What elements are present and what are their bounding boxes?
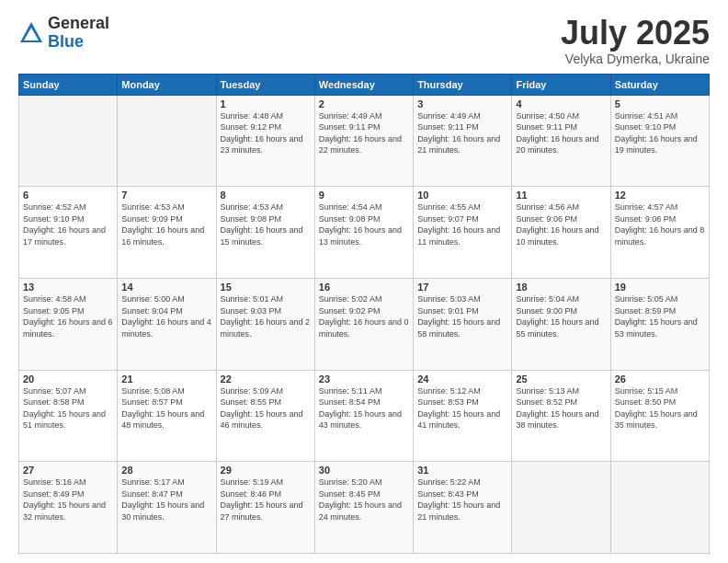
calendar-cell: 16Sunrise: 5:02 AMSunset: 9:02 PMDayligh… [314, 278, 413, 370]
day-number: 17 [417, 282, 507, 293]
calendar-cell [19, 95, 118, 187]
col-thursday: Thursday [414, 74, 512, 95]
day-number: 29 [221, 465, 311, 476]
calendar-cell: 8Sunrise: 4:53 AMSunset: 9:08 PMDaylight… [216, 187, 314, 279]
calendar-cell: 29Sunrise: 5:19 AMSunset: 8:46 PMDayligh… [216, 462, 314, 554]
day-number: 4 [516, 98, 606, 109]
day-number: 11 [516, 190, 606, 201]
day-number: 5 [615, 98, 705, 109]
day-number: 28 [121, 465, 211, 476]
calendar-cell: 21Sunrise: 5:08 AMSunset: 8:57 PMDayligh… [118, 370, 216, 462]
calendar-cell: 18Sunrise: 5:04 AMSunset: 9:00 PMDayligh… [512, 278, 610, 370]
calendar-cell: 31Sunrise: 5:22 AMSunset: 8:43 PMDayligh… [414, 462, 512, 554]
day-info: Sunrise: 4:53 AMSunset: 9:09 PMDaylight:… [121, 201, 211, 247]
calendar-week-2: 6Sunrise: 4:52 AMSunset: 9:10 PMDaylight… [19, 187, 710, 279]
col-sunday: Sunday [19, 74, 118, 95]
day-number: 23 [319, 373, 409, 385]
day-number: 13 [23, 282, 113, 293]
calendar-cell: 12Sunrise: 4:57 AMSunset: 9:06 PMDayligh… [610, 187, 709, 279]
calendar-cell: 28Sunrise: 5:17 AMSunset: 8:47 PMDayligh… [118, 462, 216, 554]
day-info: Sunrise: 5:01 AMSunset: 9:03 PMDaylight:… [221, 293, 311, 339]
day-info: Sunrise: 4:48 AMSunset: 9:12 PMDaylight:… [221, 110, 311, 156]
day-info: Sunrise: 4:49 AMSunset: 9:11 PMDaylight:… [319, 110, 409, 156]
calendar-cell: 24Sunrise: 5:12 AMSunset: 8:53 PMDayligh… [414, 370, 512, 462]
title-section: July 2025 Velyka Dymerka, Ukraine [561, 15, 710, 66]
day-number: 3 [417, 98, 507, 109]
day-number: 12 [615, 190, 705, 201]
day-info: Sunrise: 5:12 AMSunset: 8:53 PMDaylight:… [417, 385, 507, 431]
day-info: Sunrise: 4:51 AMSunset: 9:10 PMDaylight:… [615, 110, 705, 156]
logo: General Blue [18, 15, 109, 52]
calendar-header-row: Sunday Monday Tuesday Wednesday Thursday… [19, 74, 710, 95]
day-number: 21 [121, 373, 211, 385]
calendar-week-4: 20Sunrise: 5:07 AMSunset: 8:58 PMDayligh… [19, 370, 710, 462]
day-number: 14 [121, 282, 211, 293]
day-info: Sunrise: 4:55 AMSunset: 9:07 PMDaylight:… [417, 201, 507, 247]
day-number: 22 [221, 373, 311, 385]
calendar-cell: 15Sunrise: 5:01 AMSunset: 9:03 PMDayligh… [216, 278, 314, 370]
col-wednesday: Wednesday [314, 74, 413, 95]
day-info: Sunrise: 5:07 AMSunset: 8:58 PMDaylight:… [23, 385, 113, 431]
day-number: 24 [417, 373, 507, 385]
day-info: Sunrise: 5:09 AMSunset: 8:55 PMDaylight:… [221, 385, 311, 431]
day-number: 1 [221, 98, 311, 109]
day-number: 18 [516, 282, 606, 293]
day-number: 20 [23, 373, 113, 385]
day-info: Sunrise: 5:16 AMSunset: 8:49 PMDaylight:… [23, 477, 113, 523]
calendar-table: Sunday Monday Tuesday Wednesday Thursday… [18, 74, 710, 554]
main-title: July 2025 [561, 15, 710, 52]
day-info: Sunrise: 4:54 AMSunset: 9:08 PMDaylight:… [319, 201, 409, 247]
day-info: Sunrise: 5:00 AMSunset: 9:04 PMDaylight:… [121, 293, 211, 339]
calendar-cell: 2Sunrise: 4:49 AMSunset: 9:11 PMDaylight… [314, 95, 413, 187]
calendar-cell: 17Sunrise: 5:03 AMSunset: 9:01 PMDayligh… [414, 278, 512, 370]
calendar-cell: 27Sunrise: 5:16 AMSunset: 8:49 PMDayligh… [19, 462, 118, 554]
day-info: Sunrise: 4:58 AMSunset: 9:05 PMDaylight:… [23, 293, 113, 339]
day-info: Sunrise: 5:22 AMSunset: 8:43 PMDaylight:… [417, 477, 507, 523]
calendar-cell: 11Sunrise: 4:56 AMSunset: 9:06 PMDayligh… [512, 187, 610, 279]
day-info: Sunrise: 4:50 AMSunset: 9:11 PMDaylight:… [516, 110, 606, 156]
calendar-cell: 7Sunrise: 4:53 AMSunset: 9:09 PMDaylight… [118, 187, 216, 279]
day-info: Sunrise: 5:17 AMSunset: 8:47 PMDaylight:… [121, 477, 211, 523]
day-number: 19 [615, 282, 705, 293]
day-number: 26 [615, 373, 705, 385]
day-number: 16 [319, 282, 409, 293]
day-info: Sunrise: 5:19 AMSunset: 8:46 PMDaylight:… [221, 477, 311, 523]
calendar-cell: 5Sunrise: 4:51 AMSunset: 9:10 PMDaylight… [610, 95, 709, 187]
calendar-cell: 25Sunrise: 5:13 AMSunset: 8:52 PMDayligh… [512, 370, 610, 462]
calendar-cell: 23Sunrise: 5:11 AMSunset: 8:54 PMDayligh… [314, 370, 413, 462]
calendar-cell: 3Sunrise: 4:49 AMSunset: 9:11 PMDaylight… [414, 95, 512, 187]
calendar-cell: 22Sunrise: 5:09 AMSunset: 8:55 PMDayligh… [216, 370, 314, 462]
calendar-cell: 30Sunrise: 5:20 AMSunset: 8:45 PMDayligh… [314, 462, 413, 554]
day-number: 30 [319, 465, 409, 476]
day-number: 9 [319, 190, 409, 201]
calendar-week-5: 27Sunrise: 5:16 AMSunset: 8:49 PMDayligh… [19, 462, 710, 554]
day-info: Sunrise: 5:13 AMSunset: 8:52 PMDaylight:… [516, 385, 606, 431]
calendar-cell: 10Sunrise: 4:55 AMSunset: 9:07 PMDayligh… [414, 187, 512, 279]
day-number: 31 [417, 465, 507, 476]
col-monday: Monday [118, 74, 216, 95]
calendar-cell: 6Sunrise: 4:52 AMSunset: 9:10 PMDaylight… [19, 187, 118, 279]
calendar-cell: 9Sunrise: 4:54 AMSunset: 9:08 PMDaylight… [314, 187, 413, 279]
calendar-cell [118, 95, 216, 187]
calendar-cell: 1Sunrise: 4:48 AMSunset: 9:12 PMDaylight… [216, 95, 314, 187]
day-info: Sunrise: 5:04 AMSunset: 9:00 PMDaylight:… [516, 293, 606, 339]
day-number: 6 [23, 190, 113, 201]
day-info: Sunrise: 5:15 AMSunset: 8:50 PMDaylight:… [615, 385, 705, 431]
day-number: 15 [221, 282, 311, 293]
day-number: 10 [417, 190, 507, 201]
calendar-cell: 19Sunrise: 5:05 AMSunset: 8:59 PMDayligh… [610, 278, 709, 370]
calendar-week-1: 1Sunrise: 4:48 AMSunset: 9:12 PMDaylight… [19, 95, 710, 187]
day-number: 7 [121, 190, 211, 201]
calendar-week-3: 13Sunrise: 4:58 AMSunset: 9:05 PMDayligh… [19, 278, 710, 370]
header: General Blue July 2025 Velyka Dymerka, U… [18, 15, 710, 66]
day-info: Sunrise: 4:57 AMSunset: 9:06 PMDaylight:… [615, 201, 705, 247]
day-info: Sunrise: 5:08 AMSunset: 8:57 PMDaylight:… [121, 385, 211, 431]
day-info: Sunrise: 5:02 AMSunset: 9:02 PMDaylight:… [319, 293, 409, 339]
day-number: 2 [319, 98, 409, 109]
calendar-cell [610, 462, 709, 554]
day-info: Sunrise: 4:56 AMSunset: 9:06 PMDaylight:… [516, 201, 606, 247]
day-info: Sunrise: 5:11 AMSunset: 8:54 PMDaylight:… [319, 385, 409, 431]
calendar-cell: 20Sunrise: 5:07 AMSunset: 8:58 PMDayligh… [19, 370, 118, 462]
calendar-cell: 13Sunrise: 4:58 AMSunset: 9:05 PMDayligh… [19, 278, 118, 370]
day-number: 25 [516, 373, 606, 385]
